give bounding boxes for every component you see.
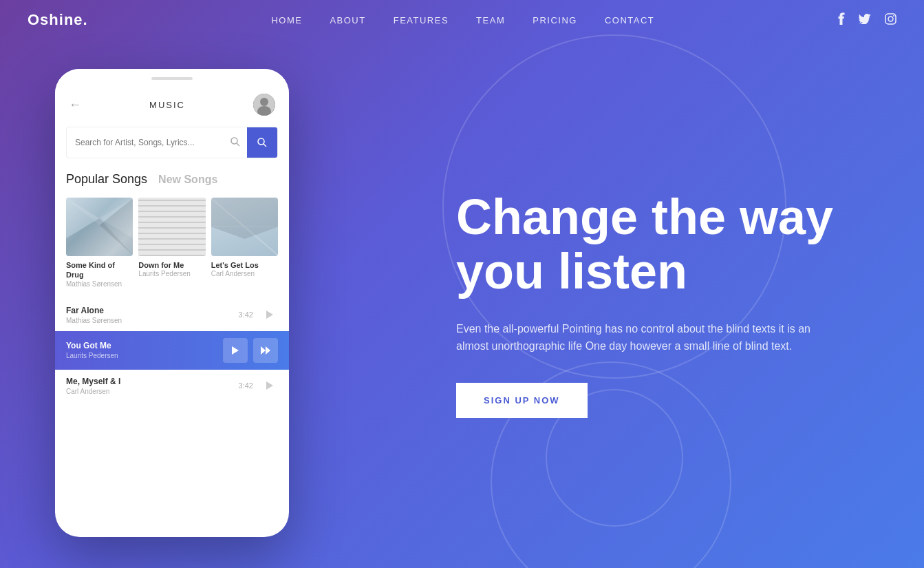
- nav-item-features[interactable]: FEATURES: [394, 14, 449, 26]
- section-tabs: Popular Songs New Songs: [55, 164, 289, 192]
- song-card-image-2: [211, 198, 278, 256]
- screen-title: MUSIC: [149, 100, 185, 110]
- song-card-title-0: Some Kind of Drug: [66, 260, 133, 280]
- svg-marker-18: [211, 198, 278, 239]
- tab-new-bold: New: [158, 173, 181, 185]
- hero-title-line1: Change the way: [456, 189, 833, 244]
- active-skip-button[interactable]: [253, 338, 278, 363]
- nav-item-about[interactable]: ABOUT: [330, 14, 365, 26]
- twitter-icon[interactable]: [859, 14, 871, 27]
- nav-link-team[interactable]: TEAM: [476, 15, 505, 25]
- song-card-artist-1: Laurits Pedersen: [138, 270, 205, 277]
- hero-title-line2: you listen: [456, 244, 687, 299]
- svg-point-4: [260, 98, 268, 106]
- playlist-name-1: You Got Me: [66, 341, 223, 350]
- playlist-artist-0: Mathias Sørensen: [66, 317, 239, 324]
- avatar[interactable]: [253, 94, 275, 116]
- nav-link-features[interactable]: FEATURES: [394, 15, 449, 25]
- song-card-title-1: Down for Me: [138, 260, 205, 270]
- phone-status-bar: [55, 69, 289, 88]
- playlist-duration-0: 3:42: [239, 311, 253, 319]
- search-bar: [66, 127, 278, 158]
- nav-item-contact[interactable]: CONTACT: [605, 14, 654, 26]
- song-card-title-2: Let's Get Los: [211, 260, 278, 270]
- phone-body: ← MUSIC: [55, 69, 289, 537]
- hero-title: Change the way you listen: [456, 190, 855, 299]
- nav-link-pricing[interactable]: PRICING: [533, 15, 577, 25]
- tab-new[interactable]: New Songs: [158, 173, 217, 186]
- song-card-image-0: [66, 198, 133, 256]
- search-button[interactable]: [247, 127, 277, 158]
- nav-link-about[interactable]: ABOUT: [330, 15, 365, 25]
- svg-rect-0: [885, 14, 896, 24]
- search-icon: [224, 132, 247, 154]
- phone-mockup: ← MUSIC: [55, 69, 289, 551]
- tab-new-light: Songs: [181, 173, 217, 185]
- playlist-duration-2: 3:42: [239, 381, 253, 390]
- play-button-2[interactable]: [261, 377, 278, 394]
- playlist-item-1[interactable]: You Got Me Laurits Pedersen: [55, 331, 289, 370]
- svg-line-9: [264, 144, 266, 147]
- song-card-artist-0: Mathias Sørensen: [66, 280, 133, 288]
- playlist-item-0[interactable]: Far Alone Mathias Sørensen 3:42: [55, 299, 289, 331]
- playlist-name-0: Far Alone: [66, 306, 239, 315]
- svg-point-1: [888, 17, 893, 21]
- signup-button[interactable]: SIGN UP NOW: [456, 383, 588, 418]
- nav-link-contact[interactable]: CONTACT: [605, 15, 654, 25]
- nav-links: HOME ABOUT FEATURES TEAM PRICING CONTACT: [271, 14, 654, 26]
- hero-section: Change the way you listen Even the all-p…: [387, 40, 924, 568]
- song-card-1[interactable]: Down for Me Laurits Pedersen: [138, 198, 205, 288]
- playlist-artist-2: Carl Andersen: [66, 388, 239, 395]
- search-input[interactable]: [67, 131, 224, 154]
- play-button-0[interactable]: [261, 306, 278, 323]
- active-play-button[interactable]: [223, 338, 248, 363]
- song-card-image-1: [138, 198, 205, 256]
- playlist-item-2[interactable]: Me, Myself & I Carl Andersen 3:42: [55, 370, 289, 402]
- facebook-icon[interactable]: [838, 12, 845, 28]
- playlist-info-1: You Got Me Laurits Pedersen: [66, 341, 223, 359]
- playlist-artist-1: Laurits Pedersen: [66, 352, 223, 359]
- play-triangle-icon-2: [266, 381, 273, 390]
- song-card-0[interactable]: Some Kind of Drug Mathias Sørensen: [66, 198, 133, 288]
- tab-popular-bold: Popular: [66, 172, 109, 186]
- nav-item-pricing[interactable]: PRICING: [533, 14, 577, 26]
- active-play-icon: [232, 346, 239, 355]
- nav-item-home[interactable]: HOME: [271, 14, 302, 26]
- tab-popular-light: Songs: [109, 172, 147, 186]
- svg-line-7: [237, 143, 239, 146]
- play-triangle-icon-0: [266, 311, 273, 319]
- phone-header: ← MUSIC: [55, 88, 289, 121]
- nav-item-team[interactable]: TEAM: [476, 14, 505, 26]
- playlist-name-2: Me, Myself & I: [66, 377, 239, 386]
- navbar: Oshine. HOME ABOUT FEATURES TEAM PRICING…: [0, 0, 924, 40]
- playlist: Far Alone Mathias Sørensen 3:42 You Got …: [55, 293, 289, 537]
- song-cards: Some Kind of Drug Mathias Sørensen Down …: [55, 192, 289, 293]
- brand-logo[interactable]: Oshine.: [28, 11, 88, 29]
- playlist-info-2: Me, Myself & I Carl Andersen: [66, 377, 239, 395]
- playlist-info-0: Far Alone Mathias Sørensen: [66, 306, 239, 324]
- hero-description: Even the all-powerful Pointing has no co…: [456, 320, 814, 355]
- active-controls: [223, 338, 278, 363]
- svg-point-6: [231, 138, 237, 144]
- song-card-2[interactable]: Let's Get Los Carl Andersen: [211, 198, 278, 288]
- svg-marker-19: [261, 346, 266, 355]
- instagram-icon[interactable]: [885, 13, 896, 28]
- social-links: [838, 12, 896, 28]
- svg-marker-20: [266, 346, 270, 355]
- svg-point-8: [258, 138, 264, 145]
- tab-popular[interactable]: Popular Songs: [66, 172, 147, 187]
- song-card-artist-2: Carl Andersen: [211, 270, 278, 277]
- nav-link-home[interactable]: HOME: [271, 15, 302, 25]
- status-indicator: [151, 77, 193, 80]
- back-icon[interactable]: ←: [69, 98, 81, 112]
- svg-point-2: [893, 15, 894, 17]
